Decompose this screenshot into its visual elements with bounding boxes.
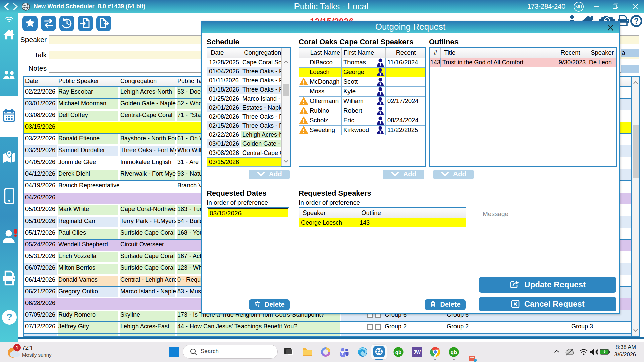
svg-text:?: ? bbox=[6, 312, 12, 322]
svg-text:qb: qb bbox=[395, 349, 401, 355]
svg-text:1: 1 bbox=[16, 345, 18, 350]
svg-text:qb: qb bbox=[451, 349, 457, 355]
svg-text:?: ? bbox=[634, 17, 639, 25]
